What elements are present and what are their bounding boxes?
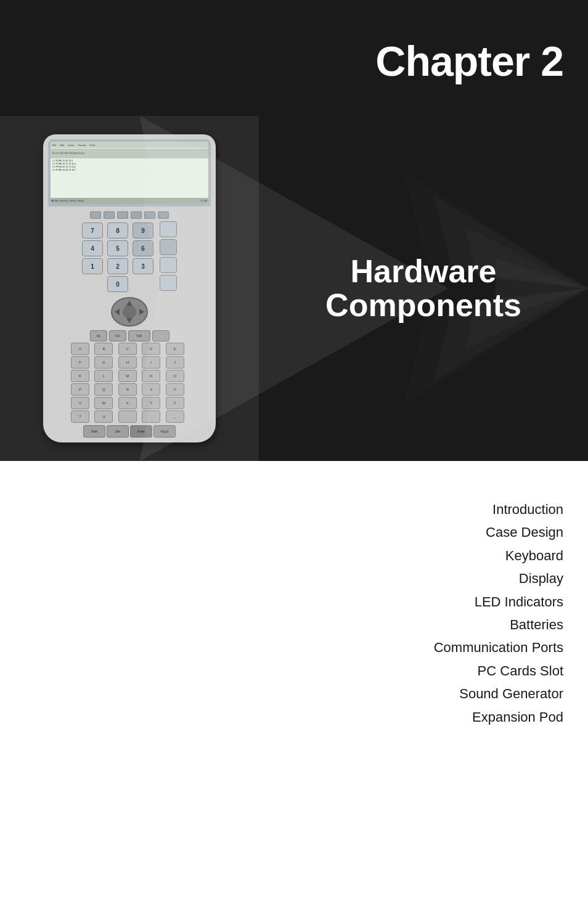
toc-item-sound-gen: Sound Generator [434, 682, 563, 705]
toc-item-case-design: Case Design [434, 521, 563, 544]
toc-item-expansion: Expansion Pod [434, 706, 563, 728]
header-section: Chapter 2 [0, 0, 588, 116]
content-section: Introduction Case Design Keyboard Displa… [0, 461, 588, 778]
rays-svg [0, 116, 588, 461]
svg-marker-9 [140, 177, 448, 288]
page-container: Chapter 2 File Edit [0, 0, 588, 909]
chapter-title: Chapter 2 [25, 37, 563, 85]
middle-section: File Edit Insert Format Tools PLOT# TBT … [0, 116, 588, 461]
toc-item-introduction: Introduction [434, 498, 563, 521]
toc-item-comm-ports: Communication Ports [434, 636, 563, 659]
toc-item-display: Display [434, 567, 563, 590]
svg-marker-10 [140, 288, 448, 399]
toc-item-batteries: Batteries [434, 613, 563, 636]
toc-list: Introduction Case Design Keyboard Displa… [434, 498, 563, 728]
toc-item-keyboard: Keyboard [434, 544, 563, 567]
hardware-title-area: Hardware Components [259, 116, 588, 461]
toc-item-pc-cards: PC Cards Slot [434, 659, 563, 682]
toc-item-led: LED Indicators [434, 590, 563, 613]
